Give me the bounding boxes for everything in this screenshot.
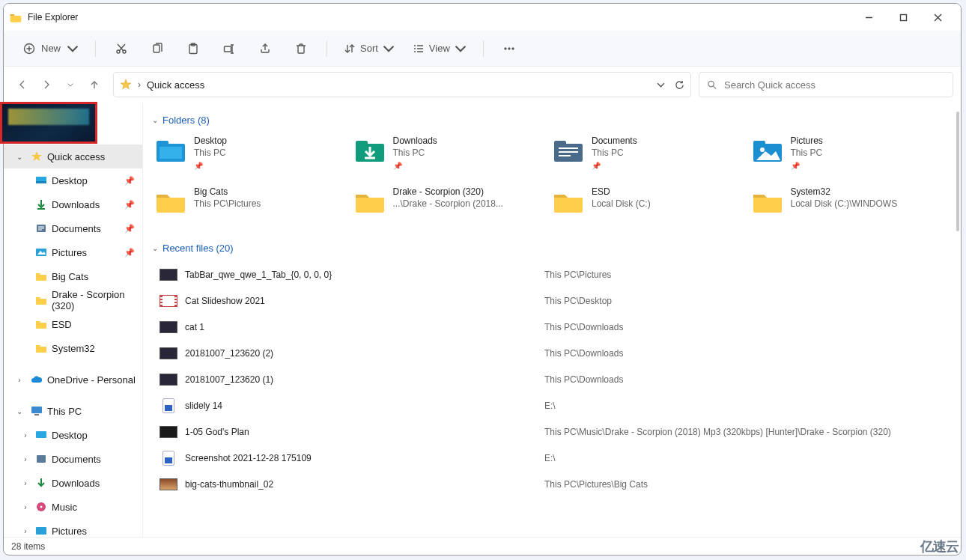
address-bar[interactable]: › Quick access [113,72,691,97]
sidebar-item-esd[interactable]: ESD [4,312,142,336]
view-button[interactable]: View [407,35,473,62]
folders-section-header[interactable]: ⌄Folders (8) [152,115,947,126]
chevron-right-icon[interactable]: › [20,479,31,487]
sidebar-quick-access[interactable]: ⌄ Quick access [4,144,142,168]
file-row[interactable]: 20181007_123620 (2) This PC\Downloads [152,340,947,366]
sidebar: ⌄ Quick access Desktop📌 Downloads📌 Docum… [4,103,143,537]
folder-name: ESD [592,186,651,198]
ellipsis-icon [503,43,515,55]
back-button[interactable] [11,71,34,98]
cut-button[interactable] [106,35,136,62]
forward-button[interactable] [35,71,58,98]
sidebar-pc-music[interactable]: ›Music [4,495,142,519]
folder-item[interactable]: Desktop This PC 📌 [152,133,351,178]
chevron-right-icon[interactable]: › [20,431,31,439]
folder-icon [354,136,386,163]
app-icon [10,12,22,22]
file-name: TabBar_qwe_qwe_1_Tab_{0, 0, 0, 0} [185,270,544,280]
search-box[interactable] [699,72,953,97]
chevron-right-icon[interactable]: › [20,455,31,463]
rename-button[interactable] [214,35,244,62]
sidebar-pc-desktop[interactable]: ›Desktop [4,423,142,447]
scrollbar[interactable] [956,112,959,231]
nav-bar: › Quick access [4,67,961,103]
sidebar-item-label: Music [52,502,77,513]
sidebar-item-big-cats[interactable]: Big Cats [4,264,142,288]
copy-button[interactable] [142,35,172,62]
delete-button[interactable] [286,35,316,62]
sidebar-item-label: Pictures [52,526,87,537]
sidebar-pc-pictures[interactable]: ›Pictures [4,519,142,537]
recent-section-header[interactable]: ⌄Recent files (20) [152,243,947,254]
sidebar-item-drake[interactable]: Drake - Scorpion (320) [4,288,142,312]
chevron-down-icon[interactable] [656,80,666,90]
file-thumbnail [152,478,185,490]
file-name: slidely 14 [185,401,544,411]
folder-icon [155,187,186,214]
file-row[interactable]: 20181007_123620 (1) This PC\Downloads [152,366,947,392]
folder-name: Downloads [393,135,437,147]
file-thumbnail [152,398,185,413]
sidebar-item-documents[interactable]: Documents📌 [4,216,142,240]
folder-location: Local Disk (C:)\WINDOWS [791,198,898,210]
file-name: 1-05 God's Plan [185,427,544,437]
sort-button[interactable]: Sort [338,35,401,62]
sidebar-item-desktop[interactable]: Desktop📌 [4,168,142,192]
svg-rect-14 [225,46,231,52]
sidebar-pc-downloads[interactable]: ›Downloads [4,471,142,495]
sort-icon [344,43,356,55]
folder-item[interactable]: System32 Local Disk (C:)\WINDOWS [749,184,948,229]
chevron-right-icon[interactable]: › [14,376,25,384]
file-row[interactable]: big-cats-thumbnail_02 This PC\Pictures\B… [152,471,947,497]
file-row[interactable]: Cat Slideshow 2021 This PC\Desktop [152,287,947,314]
svg-rect-60 [554,141,566,147]
file-row[interactable]: TabBar_qwe_qwe_1_Tab_{0, 0, 0, 0} This P… [152,261,947,287]
sidebar-item-pictures[interactable]: Pictures📌 [4,240,142,264]
sidebar-pc-documents[interactable]: ›Documents [4,447,142,471]
folder-item[interactable]: Downloads This PC 📌 [351,133,550,178]
close-button[interactable] [920,5,955,29]
star-icon [120,79,132,91]
folder-item[interactable]: Big Cats This PC\Pictures [152,184,351,229]
folder-item[interactable]: ESD Local Disk (C:) [550,184,749,229]
chevron-down-icon [455,43,467,55]
folder-grid: Desktop This PC 📌 Downloads This PC 📌 Do… [152,133,947,229]
file-name: Screenshot 2021-12-28 175109 [185,453,544,463]
svg-rect-46 [34,414,39,416]
more-button[interactable] [494,35,524,62]
folder-icon [752,136,783,163]
sidebar-this-pc[interactable]: ⌄This PC [4,399,142,423]
recent-header-label: Recent files (20) [162,243,234,254]
chevron-down-icon[interactable]: ⌄ [14,407,25,416]
search-input[interactable] [724,79,945,91]
file-row[interactable]: Screenshot 2021-12-28 175109 E:\ [152,445,947,471]
paste-button[interactable] [178,35,208,62]
chevron-down-icon[interactable]: ⌄ [14,153,25,161]
svg-rect-65 [753,141,765,147]
share-button[interactable] [250,35,280,62]
chevron-right-icon[interactable]: › [20,503,31,511]
sidebar-onedrive[interactable]: ›OneDrive - Personal [4,368,142,392]
breadcrumb-root[interactable]: Quick access [147,79,204,91]
chevron-down-icon [383,43,395,55]
minimize-button[interactable] [851,5,886,29]
maximize-button[interactable] [886,5,920,29]
file-row[interactable]: 1-05 God's Plan This PC\Music\Drake - Sc… [152,419,947,445]
up-button[interactable] [83,71,106,98]
folder-location: This PC [194,147,227,159]
folder-name: Pictures [791,135,823,147]
sidebar-item-system32[interactable]: System32 [4,336,142,360]
sidebar-item-downloads[interactable]: Downloads📌 [4,192,142,216]
chevron-down-icon: ⌄ [152,116,158,124]
chevron-right-icon[interactable]: › [20,527,31,535]
sidebar-item-label: Downloads [52,199,100,210]
file-row[interactable]: cat 1 This PC\Downloads [152,314,947,340]
folder-item[interactable]: Drake - Scorpion (320) ...\Drake - Scorp… [351,184,550,229]
refresh-icon[interactable] [675,80,684,90]
new-button[interactable]: New [17,35,85,62]
folder-item[interactable]: Documents This PC 📌 [550,133,749,178]
folder-location: This PC [592,147,637,159]
folder-item[interactable]: Pictures This PC 📌 [749,133,948,178]
file-row[interactable]: slidely 14 E:\ [152,392,947,419]
recent-locations-button[interactable] [59,71,82,98]
